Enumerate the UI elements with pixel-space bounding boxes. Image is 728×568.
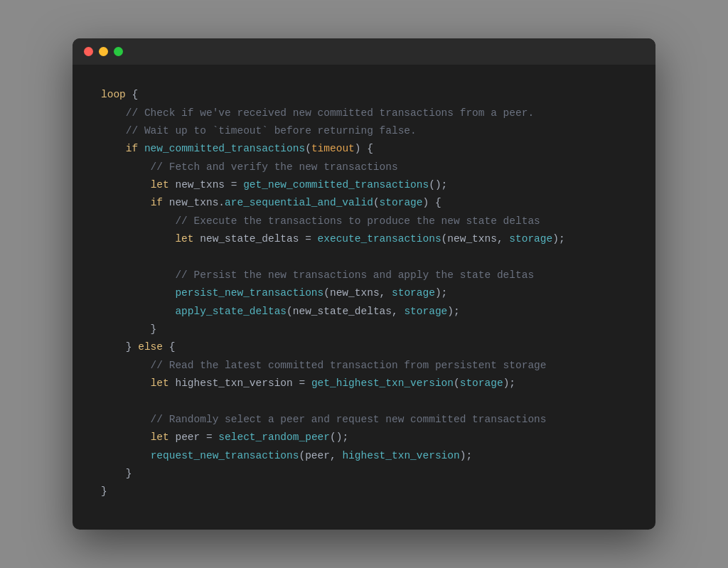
code-line-11: // Persist the new transactions and appl… (101, 267, 627, 284)
code-line-3: // Wait up to `timeout` before returning… (101, 122, 627, 140)
code-line-18 (101, 393, 627, 411)
code-line-12: persist_new_transactions(new_txns, stora… (101, 284, 627, 302)
code-line-17: let highest_txn_version = get_highest_tx… (101, 375, 627, 392)
minimize-button[interactable] (99, 47, 108, 56)
code-line-13: apply_state_deltas(new_state_deltas, sto… (101, 303, 627, 321)
maximize-button[interactable] (114, 47, 123, 56)
code-line-20: let peer = select_random_peer(); (101, 429, 627, 446)
code-line-4: if new_committed_transactions(timeout) { (101, 140, 627, 158)
code-line-1: loop { (101, 86, 627, 104)
code-window: loop { // Check if we've received new co… (73, 38, 655, 530)
code-line-14: } (101, 321, 627, 338)
code-line-2: // Check if we've received new committed… (101, 105, 627, 122)
code-line-15: } else { (101, 338, 627, 356)
code-line-22: } (101, 465, 627, 483)
code-line-23: } (101, 483, 627, 500)
code-line-10 (101, 249, 627, 267)
code-line-16: // Read the latest committed transaction… (101, 357, 627, 375)
code-line-7: if new_txns.are_sequential_and_valid(sto… (101, 194, 627, 212)
code-line-19: // Randomly select a peer and request ne… (101, 411, 627, 429)
code-line-21: request_new_transactions(peer, highest_t… (101, 447, 627, 465)
code-editor: loop { // Check if we've received new co… (73, 65, 655, 530)
code-line-9: let new_state_deltas = execute_transacti… (101, 230, 627, 248)
close-button[interactable] (84, 47, 93, 56)
code-line-5: // Fetch and verify the new transactions (101, 159, 627, 176)
code-line-8: // Execute the transactions to produce t… (101, 213, 627, 230)
titlebar (73, 38, 655, 65)
code-line-6: let new_txns = get_new_committed_transac… (101, 176, 627, 194)
